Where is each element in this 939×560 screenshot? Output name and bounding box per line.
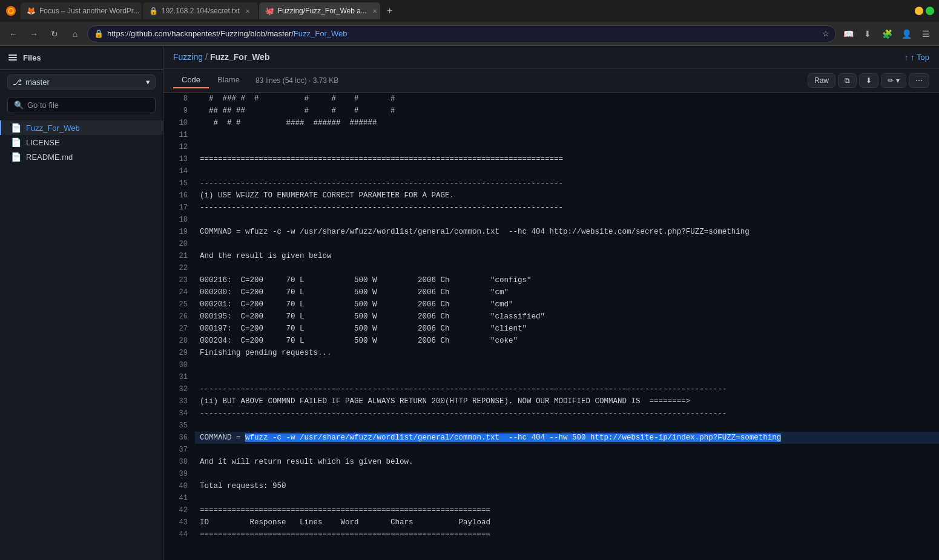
files-panel-icon — [7, 52, 18, 63]
tab-2-close[interactable]: ✕ — [243, 7, 252, 15]
line-content — [195, 359, 939, 371]
line-number[interactable]: 20 — [163, 238, 195, 250]
tab-blame[interactable]: Blame — [209, 72, 248, 88]
profile-button[interactable]: 👤 — [898, 25, 915, 42]
refresh-button[interactable]: ↻ — [46, 25, 63, 42]
tab-1[interactable]: 🦊 Focus – Just another WordPr... ✕ — [21, 2, 142, 19]
new-tab-button[interactable]: + — [381, 2, 398, 19]
table-row: 29Finishing pending requests... — [163, 347, 939, 359]
line-number[interactable]: 27 — [163, 323, 195, 335]
line-number[interactable]: 16 — [163, 189, 195, 202]
maximize-button[interactable] — [926, 7, 934, 15]
search-bar[interactable]: 🔍 Go to file — [7, 97, 156, 113]
line-number[interactable]: 11 — [163, 129, 195, 141]
table-row: 38And it will return result which is giv… — [163, 456, 939, 468]
more-options-button[interactable]: ⋯ — [909, 73, 929, 88]
line-number[interactable]: 12 — [163, 141, 195, 153]
tab-3-label: Fuzzing/Fuzz_For_Web a... — [278, 7, 367, 15]
toolbar-actions: Raw ⧉ ⬇ ✏ ▾ ⋯ — [808, 73, 929, 88]
download-button[interactable]: ⬇ — [859, 25, 876, 42]
line-number[interactable]: 17 — [163, 202, 195, 214]
line-number[interactable]: 14 — [163, 165, 195, 177]
line-content: (i) USE WFUZZ TO ENUMERATE CORRECT PARAM… — [195, 189, 939, 202]
table-row: 39 — [163, 468, 939, 480]
table-row: 15--------------------------------------… — [163, 177, 939, 189]
line-number[interactable]: 41 — [163, 492, 195, 504]
line-number[interactable]: 29 — [163, 347, 195, 359]
line-number[interactable]: 25 — [163, 298, 195, 311]
line-number[interactable]: 24 — [163, 286, 195, 298]
table-row: 12 — [163, 141, 939, 153]
forward-button[interactable]: → — [25, 25, 42, 42]
copy-raw-button[interactable]: ⧉ — [838, 73, 857, 88]
line-number[interactable]: 22 — [163, 262, 195, 274]
tab-code[interactable]: Code — [173, 72, 209, 88]
address-bar[interactable]: 🔒 https://github.com/hacknpentest/Fuzzin… — [87, 25, 836, 42]
raw-button[interactable]: Raw — [808, 73, 835, 88]
line-content: ----------------------------------------… — [195, 383, 939, 395]
line-content: # ### # # # # # # — [195, 93, 939, 105]
browser-icon — [5, 5, 17, 17]
branch-selector[interactable]: ⎇ master ▾ — [7, 74, 156, 90]
download-file-button[interactable]: ⬇ — [859, 73, 878, 88]
top-link[interactable]: ↑ ↑ Top — [904, 53, 929, 62]
line-content — [195, 165, 939, 177]
table-row: 22 — [163, 262, 939, 274]
line-number[interactable]: 39 — [163, 468, 195, 480]
line-number[interactable]: 19 — [163, 226, 195, 238]
file-icon-license: 📄 — [11, 137, 21, 147]
line-number[interactable]: 28 — [163, 335, 195, 347]
tab-3-close[interactable]: ✕ — [371, 7, 379, 15]
line-number[interactable]: 32 — [163, 383, 195, 395]
line-number[interactable]: 35 — [163, 420, 195, 432]
line-number[interactable]: 42 — [163, 504, 195, 516]
line-content: 000204: C=200 70 L 500 W 2006 Ch "coke" — [195, 335, 939, 347]
line-number[interactable]: 26 — [163, 311, 195, 323]
bookmark-icon[interactable]: ☆ — [822, 29, 829, 38]
line-content: ID Response Lines Word Chars Payload — [195, 516, 939, 529]
line-number[interactable]: 44 — [163, 529, 195, 541]
tab-3[interactable]: 🐙 Fuzzing/Fuzz_For_Web a... ✕ — [259, 2, 380, 19]
minimize-button[interactable] — [915, 7, 923, 15]
line-number[interactable]: 15 — [163, 177, 195, 189]
line-number[interactable]: 40 — [163, 480, 195, 492]
menu-button[interactable]: ☰ — [917, 25, 934, 42]
pocket-button[interactable]: 📖 — [840, 25, 857, 42]
line-number[interactable]: 37 — [163, 444, 195, 456]
table-row: 18 — [163, 214, 939, 226]
line-number[interactable]: 18 — [163, 214, 195, 226]
table-row: 41 — [163, 492, 939, 504]
back-button[interactable]: ← — [5, 25, 22, 42]
line-content: And the result is given below — [195, 250, 939, 262]
line-number[interactable]: 43 — [163, 516, 195, 529]
line-number[interactable]: 33 — [163, 395, 195, 407]
file-icon-fuzz-for-web: 📄 — [11, 123, 21, 133]
line-number[interactable]: 8 — [163, 93, 195, 105]
breadcrumb-repo-link[interactable]: Fuzzing — [173, 52, 203, 62]
line-number[interactable]: 10 — [163, 117, 195, 129]
line-number[interactable]: 23 — [163, 274, 195, 286]
line-number[interactable]: 38 — [163, 456, 195, 468]
home-button[interactable]: ⌂ — [67, 25, 84, 42]
edit-button[interactable]: ✏ ▾ — [881, 73, 906, 88]
file-item-license[interactable]: 📄 LICENSE — [0, 135, 163, 150]
selected-text: wfuzz -c -w /usr/share/wfuzz/wordlist/ge… — [245, 433, 781, 442]
tab-2[interactable]: 🔒 192.168.2.104/secret.txt ✕ — [143, 2, 258, 19]
table-row: 21And the result is given below — [163, 250, 939, 262]
table-row: 26000195: C=200 70 L 500 W 2006 Ch "clas… — [163, 311, 939, 323]
tab-1-favicon: 🦊 — [27, 7, 36, 15]
line-number[interactable]: 31 — [163, 371, 195, 383]
line-content: And it will return result which is given… — [195, 456, 939, 468]
line-number[interactable]: 13 — [163, 153, 195, 165]
file-item-readme[interactable]: 📄 README.md — [0, 150, 163, 164]
code-container[interactable]: 8 # ### # # # # # #9 ## ## ## # # # #10 … — [163, 93, 939, 560]
line-number[interactable]: 34 — [163, 407, 195, 420]
line-content: (ii) BUT ABOVE COMMND FAILED IF PAGE ALW… — [195, 395, 939, 407]
line-number[interactable]: 9 — [163, 105, 195, 117]
line-content: ## ## ## # # # # — [195, 105, 939, 117]
line-number[interactable]: 21 — [163, 250, 195, 262]
extensions-button[interactable]: 🧩 — [878, 25, 895, 42]
line-number[interactable]: 36 — [163, 432, 195, 444]
line-number[interactable]: 30 — [163, 359, 195, 371]
file-item-fuzz-for-web[interactable]: 📄 Fuzz_For_Web — [0, 120, 163, 135]
